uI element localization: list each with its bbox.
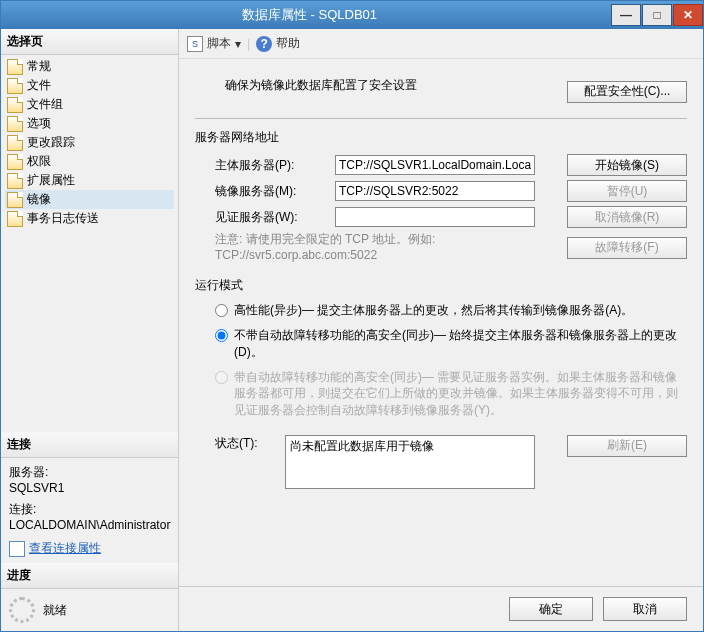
cancel-button[interactable]: 取消 bbox=[603, 597, 687, 621]
script-label: 脚本 bbox=[207, 35, 231, 52]
sidebar-item-label: 事务日志传送 bbox=[27, 210, 99, 227]
sidebar-item-label: 扩展属性 bbox=[27, 172, 75, 189]
page-icon bbox=[7, 154, 23, 170]
failover-button: 故障转移(F) bbox=[567, 237, 687, 259]
close-button[interactable]: ✕ bbox=[673, 4, 703, 26]
content-area: 确保为镜像此数据库配置了安全设置 配置安全性(C)... 服务器网络地址 主体服… bbox=[179, 59, 703, 586]
sidebar-item-filegroups[interactable]: 文件组 bbox=[5, 95, 174, 114]
progress-area: 就绪 bbox=[1, 589, 178, 631]
sidebar-item-label: 更改跟踪 bbox=[27, 134, 75, 151]
sidebar-item-options[interactable]: 选项 bbox=[5, 114, 174, 133]
witness-label: 见证服务器(W): bbox=[215, 209, 325, 226]
group-mode-label: 运行模式 bbox=[195, 277, 687, 294]
status-row: 状态(T): 尚未配置此数据库用于镜像 刷新(E) bbox=[215, 435, 687, 489]
page-icon bbox=[7, 135, 23, 151]
sidebar-item-changetracking[interactable]: 更改跟踪 bbox=[5, 133, 174, 152]
connection-label: 连接: bbox=[9, 501, 170, 518]
dialog-window: 数据库属性 - SQLDB01 — □ ✕ 选择页 常规 文件 文件组 选项 更… bbox=[0, 0, 704, 632]
connection-info: 服务器: SQLSVR1 连接: LOCALDOMAIN\Administrat… bbox=[1, 458, 178, 563]
sidebar-item-permissions[interactable]: 权限 bbox=[5, 152, 174, 171]
security-row: 确保为镜像此数据库配置了安全设置 配置安全性(C)... bbox=[195, 71, 687, 112]
start-mirroring-button[interactable]: 开始镜像(S) bbox=[567, 154, 687, 176]
link-label: 查看连接属性 bbox=[29, 540, 101, 557]
sidebar-item-label: 文件 bbox=[27, 77, 51, 94]
script-icon: S bbox=[187, 36, 203, 52]
properties-icon bbox=[9, 541, 25, 557]
sidebar-item-extendedprops[interactable]: 扩展属性 bbox=[5, 171, 174, 190]
configure-security-button[interactable]: 配置安全性(C)... bbox=[567, 81, 687, 103]
window-title: 数据库属性 - SQLDB01 bbox=[9, 6, 610, 24]
maximize-button[interactable]: □ bbox=[642, 4, 672, 26]
principal-input[interactable] bbox=[335, 155, 535, 175]
script-button[interactable]: S 脚本 ▾ bbox=[187, 35, 241, 52]
page-icon bbox=[7, 78, 23, 94]
cancel-mirroring-button: 取消镜像(R) bbox=[567, 206, 687, 228]
progress-text: 就绪 bbox=[43, 602, 67, 619]
sidebar-item-files[interactable]: 文件 bbox=[5, 76, 174, 95]
help-button[interactable]: ? 帮助 bbox=[256, 35, 300, 52]
connection-value: LOCALDOMAIN\Administrator bbox=[9, 518, 170, 532]
radio-sync-noauto[interactable] bbox=[215, 329, 228, 342]
server-value: SQLSVR1 bbox=[9, 481, 170, 495]
sidebar-item-label: 文件组 bbox=[27, 96, 63, 113]
sidebar-header-connection: 连接 bbox=[1, 432, 178, 458]
titlebar: 数据库属性 - SQLDB01 — □ ✕ bbox=[1, 1, 703, 29]
dropdown-icon: ▾ bbox=[235, 37, 241, 51]
radio-sync-auto-row: 带自动故障转移功能的高安全(同步)— 需要见证服务器实例。如果主体服务器和镜像服… bbox=[215, 369, 687, 419]
dialog-body: 选择页 常规 文件 文件组 选项 更改跟踪 权限 扩展属性 镜像 事务日志传送 … bbox=[1, 29, 703, 631]
sidebar-item-mirroring[interactable]: 镜像 bbox=[5, 190, 174, 209]
sidebar-item-general[interactable]: 常规 bbox=[5, 57, 174, 76]
sidebar-header-progress: 进度 bbox=[1, 563, 178, 589]
view-connection-properties-link[interactable]: 查看连接属性 bbox=[9, 540, 170, 557]
mirror-row: 镜像服务器(M): 暂停(U) bbox=[215, 180, 687, 202]
ok-button[interactable]: 确定 bbox=[509, 597, 593, 621]
status-label: 状态(T): bbox=[215, 435, 275, 452]
principal-label: 主体服务器(P): bbox=[215, 157, 325, 174]
sidebar: 选择页 常规 文件 文件组 选项 更改跟踪 权限 扩展属性 镜像 事务日志传送 … bbox=[1, 29, 179, 631]
sidebar-item-label: 权限 bbox=[27, 153, 51, 170]
page-icon bbox=[7, 173, 23, 189]
failover-row: 注意: 请使用完全限定的 TCP 地址。例如: TCP://svr5.corp.… bbox=[215, 232, 687, 263]
toolbar: S 脚本 ▾ | ? 帮助 bbox=[179, 29, 703, 59]
sidebar-page-list: 常规 文件 文件组 选项 更改跟踪 权限 扩展属性 镜像 事务日志传送 bbox=[1, 55, 178, 230]
toolbar-separator: | bbox=[247, 37, 250, 51]
help-icon: ? bbox=[256, 36, 272, 52]
radio-sync-auto bbox=[215, 371, 228, 384]
sidebar-header-select: 选择页 bbox=[1, 29, 178, 55]
sidebar-item-label: 常规 bbox=[27, 58, 51, 75]
mirror-input[interactable] bbox=[335, 181, 535, 201]
page-icon bbox=[7, 192, 23, 208]
divider bbox=[195, 118, 687, 119]
minimize-button[interactable]: — bbox=[611, 4, 641, 26]
group-network-label: 服务器网络地址 bbox=[195, 129, 687, 146]
witness-input[interactable] bbox=[335, 207, 535, 227]
mirror-label: 镜像服务器(M): bbox=[215, 183, 325, 200]
security-message: 确保为镜像此数据库配置了安全设置 bbox=[225, 77, 417, 94]
window-buttons: — □ ✕ bbox=[610, 4, 703, 26]
radio-async-row[interactable]: 高性能(异步)— 提交主体服务器上的更改，然后将其传输到镜像服务器(A)。 bbox=[215, 302, 687, 319]
server-label: 服务器: bbox=[9, 464, 170, 481]
witness-row: 见证服务器(W): 取消镜像(R) bbox=[215, 206, 687, 228]
refresh-button: 刷新(E) bbox=[567, 435, 687, 457]
page-icon bbox=[7, 97, 23, 113]
page-icon bbox=[7, 116, 23, 132]
tcp-note: 注意: 请使用完全限定的 TCP 地址。例如: TCP://svr5.corp.… bbox=[215, 232, 557, 263]
main-panel: S 脚本 ▾ | ? 帮助 确保为镜像此数据库配置了安全设置 配置安全性(C).… bbox=[179, 29, 703, 631]
footer: 确定 取消 bbox=[179, 586, 703, 631]
radio-sync-noauto-row[interactable]: 不带自动故障转移功能的高安全(同步)— 始终提交主体服务器和镜像服务器上的更改(… bbox=[215, 327, 687, 361]
page-icon bbox=[7, 211, 23, 227]
radio-sync-auto-label: 带自动故障转移功能的高安全(同步)— 需要见证服务器实例。如果主体服务器和镜像服… bbox=[234, 369, 687, 419]
progress-spinner-icon bbox=[9, 597, 35, 623]
help-label: 帮助 bbox=[276, 35, 300, 52]
radio-async[interactable] bbox=[215, 304, 228, 317]
radio-sync-noauto-label: 不带自动故障转移功能的高安全(同步)— 始终提交主体服务器和镜像服务器上的更改(… bbox=[234, 327, 687, 361]
principal-row: 主体服务器(P): 开始镜像(S) bbox=[215, 154, 687, 176]
page-icon bbox=[7, 59, 23, 75]
sidebar-item-logshipping[interactable]: 事务日志传送 bbox=[5, 209, 174, 228]
sidebar-item-label: 选项 bbox=[27, 115, 51, 132]
radio-async-label: 高性能(异步)— 提交主体服务器上的更改，然后将其传输到镜像服务器(A)。 bbox=[234, 302, 687, 319]
status-text: 尚未配置此数据库用于镜像 bbox=[285, 435, 535, 489]
pause-button: 暂停(U) bbox=[567, 180, 687, 202]
sidebar-item-label: 镜像 bbox=[27, 191, 51, 208]
